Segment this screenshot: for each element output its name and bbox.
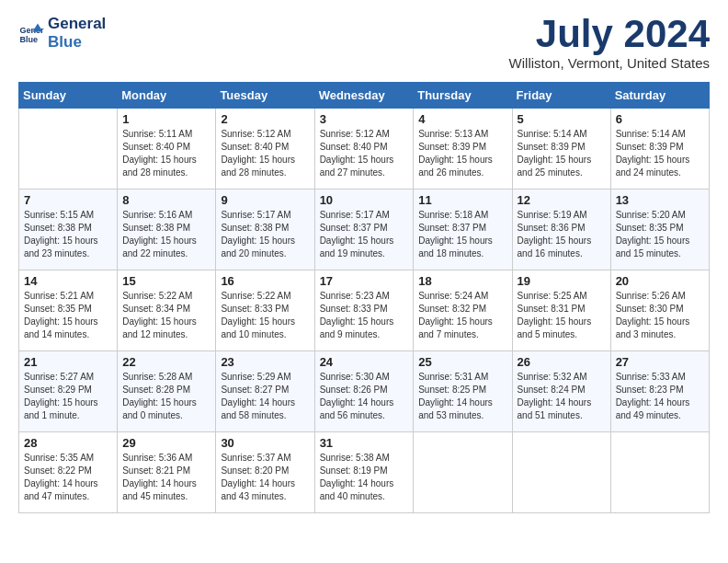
day-info: Sunrise: 5:24 AM Sunset: 8:32 PM Dayligh… (418, 290, 506, 341)
calendar-cell: 18 Sunrise: 5:24 AM Sunset: 8:32 PM Dayl… (414, 270, 512, 351)
day-info: Sunrise: 5:38 AM Sunset: 8:19 PM Dayligh… (320, 452, 409, 503)
calendar-cell: 31 Sunrise: 5:38 AM Sunset: 8:19 PM Dayl… (314, 432, 414, 513)
day-info: Sunrise: 5:37 AM Sunset: 8:20 PM Dayligh… (221, 452, 309, 503)
day-info: Sunrise: 5:17 AM Sunset: 8:37 PM Dayligh… (320, 209, 409, 260)
calendar-cell: 17 Sunrise: 5:23 AM Sunset: 8:33 PM Dayl… (314, 270, 414, 351)
title-section: July 2024 Williston, Vermont, United Sta… (509, 15, 710, 71)
day-number: 11 (418, 193, 506, 207)
day-info: Sunrise: 5:13 AM Sunset: 8:39 PM Dayligh… (418, 128, 506, 179)
day-info: Sunrise: 5:12 AM Sunset: 8:40 PM Dayligh… (221, 128, 309, 179)
day-info: Sunrise: 5:20 AM Sunset: 8:35 PM Dayligh… (616, 209, 704, 260)
logo-line2: Blue (48, 33, 106, 52)
day-number: 20 (616, 274, 704, 288)
calendar-cell: 28 Sunrise: 5:35 AM Sunset: 8:22 PM Dayl… (19, 432, 118, 513)
calendar-cell (610, 432, 709, 513)
svg-text:Blue: Blue (19, 35, 38, 44)
day-info: Sunrise: 5:22 AM Sunset: 8:34 PM Dayligh… (122, 290, 210, 341)
calendar-cell: 23 Sunrise: 5:29 AM Sunset: 8:27 PM Dayl… (216, 351, 314, 432)
calendar-table: Sunday Monday Tuesday Wednesday Thursday… (18, 82, 710, 513)
day-number: 22 (122, 355, 210, 369)
day-info: Sunrise: 5:21 AM Sunset: 8:35 PM Dayligh… (24, 290, 112, 341)
day-info: Sunrise: 5:33 AM Sunset: 8:23 PM Dayligh… (616, 371, 704, 422)
day-number: 31 (320, 436, 409, 450)
calendar-cell: 15 Sunrise: 5:22 AM Sunset: 8:34 PM Dayl… (118, 270, 216, 351)
calendar-cell: 3 Sunrise: 5:12 AM Sunset: 8:40 PM Dayli… (314, 109, 414, 190)
day-number: 6 (616, 112, 704, 126)
day-number: 3 (320, 112, 409, 126)
day-number: 13 (616, 193, 704, 207)
calendar-cell: 21 Sunrise: 5:27 AM Sunset: 8:29 PM Dayl… (19, 351, 118, 432)
day-info: Sunrise: 5:17 AM Sunset: 8:38 PM Dayligh… (221, 209, 309, 260)
day-number: 8 (122, 193, 210, 207)
col-thursday: Thursday (414, 83, 512, 109)
calendar-cell: 5 Sunrise: 5:14 AM Sunset: 8:39 PM Dayli… (512, 109, 610, 190)
header-row: Sunday Monday Tuesday Wednesday Thursday… (19, 83, 710, 109)
calendar-cell: 20 Sunrise: 5:26 AM Sunset: 8:30 PM Dayl… (610, 270, 709, 351)
day-info: Sunrise: 5:14 AM Sunset: 8:39 PM Dayligh… (616, 128, 704, 179)
day-info: Sunrise: 5:14 AM Sunset: 8:39 PM Dayligh… (518, 128, 606, 179)
day-number: 23 (221, 355, 309, 369)
day-number: 28 (24, 436, 112, 450)
calendar-cell: 6 Sunrise: 5:14 AM Sunset: 8:39 PM Dayli… (610, 109, 709, 190)
day-number: 25 (418, 355, 506, 369)
day-info: Sunrise: 5:27 AM Sunset: 8:29 PM Dayligh… (24, 371, 112, 422)
col-saturday: Saturday (610, 83, 709, 109)
day-info: Sunrise: 5:30 AM Sunset: 8:26 PM Dayligh… (320, 371, 409, 422)
calendar-cell (19, 109, 118, 190)
day-info: Sunrise: 5:11 AM Sunset: 8:40 PM Dayligh… (122, 128, 210, 179)
day-number: 27 (616, 355, 704, 369)
day-number: 4 (418, 112, 506, 126)
day-number: 26 (518, 355, 606, 369)
day-info: Sunrise: 5:16 AM Sunset: 8:38 PM Dayligh… (122, 209, 210, 260)
calendar-cell: 22 Sunrise: 5:28 AM Sunset: 8:28 PM Dayl… (118, 351, 216, 432)
day-number: 2 (221, 112, 309, 126)
day-info: Sunrise: 5:22 AM Sunset: 8:33 PM Dayligh… (221, 290, 309, 341)
calendar-week-1: 1 Sunrise: 5:11 AM Sunset: 8:40 PM Dayli… (19, 109, 710, 190)
calendar-cell (512, 432, 610, 513)
day-info: Sunrise: 5:35 AM Sunset: 8:22 PM Dayligh… (24, 452, 112, 503)
logo: General Blue General Blue (18, 15, 106, 52)
calendar-cell: 30 Sunrise: 5:37 AM Sunset: 8:20 PM Dayl… (216, 432, 314, 513)
day-number: 17 (320, 274, 409, 288)
day-info: Sunrise: 5:36 AM Sunset: 8:21 PM Dayligh… (122, 452, 210, 503)
calendar-cell: 9 Sunrise: 5:17 AM Sunset: 8:38 PM Dayli… (216, 190, 314, 270)
calendar-cell: 14 Sunrise: 5:21 AM Sunset: 8:35 PM Dayl… (19, 270, 118, 351)
calendar-cell: 24 Sunrise: 5:30 AM Sunset: 8:26 PM Dayl… (314, 351, 414, 432)
day-number: 12 (518, 193, 606, 207)
day-number: 7 (24, 193, 112, 207)
calendar-cell: 12 Sunrise: 5:19 AM Sunset: 8:36 PM Dayl… (512, 190, 610, 270)
day-info: Sunrise: 5:28 AM Sunset: 8:28 PM Dayligh… (122, 371, 210, 422)
day-number: 14 (24, 274, 112, 288)
calendar-cell: 8 Sunrise: 5:16 AM Sunset: 8:38 PM Dayli… (118, 190, 216, 270)
day-number: 24 (320, 355, 409, 369)
day-number: 15 (122, 274, 210, 288)
calendar-cell: 7 Sunrise: 5:15 AM Sunset: 8:38 PM Dayli… (19, 190, 118, 270)
calendar-cell: 4 Sunrise: 5:13 AM Sunset: 8:39 PM Dayli… (414, 109, 512, 190)
calendar-cell: 26 Sunrise: 5:32 AM Sunset: 8:24 PM Dayl… (512, 351, 610, 432)
logo-icon: General Blue (18, 20, 44, 46)
day-info: Sunrise: 5:12 AM Sunset: 8:40 PM Dayligh… (320, 128, 409, 179)
col-sunday: Sunday (19, 83, 118, 109)
calendar-week-4: 21 Sunrise: 5:27 AM Sunset: 8:29 PM Dayl… (19, 351, 710, 432)
day-info: Sunrise: 5:25 AM Sunset: 8:31 PM Dayligh… (518, 290, 606, 341)
day-info: Sunrise: 5:32 AM Sunset: 8:24 PM Dayligh… (518, 371, 606, 422)
calendar-week-3: 14 Sunrise: 5:21 AM Sunset: 8:35 PM Dayl… (19, 270, 710, 351)
day-number: 10 (320, 193, 409, 207)
col-monday: Monday (118, 83, 216, 109)
day-info: Sunrise: 5:19 AM Sunset: 8:36 PM Dayligh… (518, 209, 606, 260)
day-number: 18 (418, 274, 506, 288)
day-number: 19 (518, 274, 606, 288)
calendar-week-2: 7 Sunrise: 5:15 AM Sunset: 8:38 PM Dayli… (19, 190, 710, 270)
day-number: 30 (221, 436, 309, 450)
header: General Blue General Blue July 2024 Will… (18, 15, 710, 71)
logo-line1: General (48, 15, 106, 33)
day-info: Sunrise: 5:18 AM Sunset: 8:37 PM Dayligh… (418, 209, 506, 260)
day-number: 16 (221, 274, 309, 288)
col-tuesday: Tuesday (216, 83, 314, 109)
day-number: 5 (518, 112, 606, 126)
day-info: Sunrise: 5:29 AM Sunset: 8:27 PM Dayligh… (221, 371, 309, 422)
day-number: 9 (221, 193, 309, 207)
day-info: Sunrise: 5:23 AM Sunset: 8:33 PM Dayligh… (320, 290, 409, 341)
calendar-cell: 25 Sunrise: 5:31 AM Sunset: 8:25 PM Dayl… (414, 351, 512, 432)
calendar-week-5: 28 Sunrise: 5:35 AM Sunset: 8:22 PM Dayl… (19, 432, 710, 513)
